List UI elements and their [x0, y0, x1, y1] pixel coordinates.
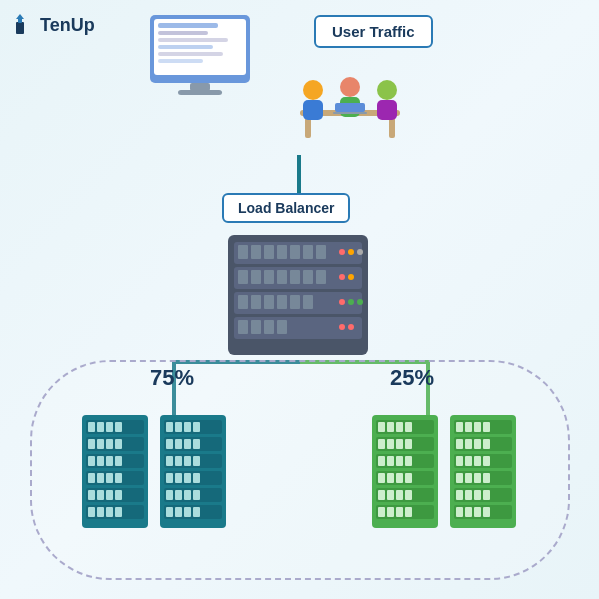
right-rack-1: [370, 415, 440, 530]
svg-rect-83: [97, 473, 104, 483]
svg-rect-60: [277, 320, 287, 334]
svg-rect-175: [456, 473, 463, 483]
svg-rect-143: [405, 456, 412, 466]
svg-rect-124: [193, 507, 200, 517]
svg-rect-40: [251, 270, 261, 284]
svg-rect-89: [115, 490, 122, 500]
svg-rect-169: [474, 439, 481, 449]
svg-rect-181: [474, 490, 481, 500]
pct-left-label: 75%: [150, 365, 194, 391]
svg-rect-75: [97, 439, 104, 449]
arrow-line: [297, 155, 301, 196]
svg-rect-152: [378, 507, 385, 517]
svg-rect-87: [97, 490, 104, 500]
svg-rect-102: [175, 422, 182, 432]
svg-rect-80: [106, 456, 113, 466]
svg-point-56: [357, 299, 363, 305]
svg-rect-86: [88, 490, 95, 500]
svg-rect-52: [290, 295, 300, 309]
left-rack-2: [158, 415, 228, 530]
svg-rect-45: [316, 270, 326, 284]
svg-rect-82: [88, 473, 95, 483]
load-balancer-rack: [218, 230, 378, 360]
svg-rect-166: [483, 422, 490, 432]
svg-rect-116: [193, 473, 200, 483]
svg-rect-22: [335, 103, 365, 112]
svg-rect-8: [158, 45, 213, 49]
svg-rect-42: [277, 270, 287, 284]
svg-point-55: [348, 299, 354, 305]
user-traffic-label: User Traffic: [314, 15, 433, 48]
svg-point-54: [339, 299, 345, 305]
svg-rect-112: [193, 456, 200, 466]
svg-rect-182: [483, 490, 490, 500]
svg-rect-154: [396, 507, 403, 517]
svg-rect-12: [178, 90, 222, 95]
svg-rect-153: [387, 507, 394, 517]
svg-rect-165: [474, 422, 481, 432]
svg-point-20: [377, 80, 397, 100]
logo: TenUp: [14, 14, 95, 36]
svg-rect-17: [303, 100, 323, 120]
svg-rect-101: [166, 422, 173, 432]
svg-rect-23: [333, 112, 367, 114]
svg-rect-186: [483, 507, 490, 517]
svg-rect-120: [193, 490, 200, 500]
svg-rect-174: [483, 456, 490, 466]
svg-rect-51: [277, 295, 287, 309]
svg-rect-71: [97, 422, 104, 432]
svg-rect-144: [378, 473, 385, 483]
svg-rect-29: [238, 245, 248, 259]
svg-rect-9: [158, 52, 223, 56]
svg-rect-180: [465, 490, 472, 500]
svg-rect-104: [193, 422, 200, 432]
svg-rect-10: [158, 59, 203, 63]
pct-right-label: 25%: [390, 365, 434, 391]
svg-rect-115: [184, 473, 191, 483]
load-balancer-label: Load Balancer: [222, 193, 350, 223]
svg-rect-48: [238, 295, 248, 309]
svg-rect-39: [238, 270, 248, 284]
svg-point-36: [339, 249, 345, 255]
svg-rect-107: [184, 439, 191, 449]
svg-rect-78: [88, 456, 95, 466]
svg-rect-90: [88, 507, 95, 517]
svg-rect-183: [456, 507, 463, 517]
computer-illustration: [140, 10, 300, 110]
svg-rect-141: [387, 456, 394, 466]
svg-rect-30: [251, 245, 261, 259]
svg-rect-170: [483, 439, 490, 449]
svg-rect-167: [456, 439, 463, 449]
svg-rect-142: [396, 456, 403, 466]
logo-icon: [14, 14, 36, 36]
svg-rect-59: [264, 320, 274, 334]
svg-rect-146: [396, 473, 403, 483]
svg-rect-150: [396, 490, 403, 500]
svg-rect-103: [184, 422, 191, 432]
svg-rect-81: [115, 456, 122, 466]
svg-rect-113: [166, 473, 173, 483]
svg-rect-133: [387, 422, 394, 432]
svg-point-18: [340, 77, 360, 97]
svg-point-61: [339, 324, 345, 330]
svg-rect-84: [106, 473, 113, 483]
svg-point-47: [348, 274, 354, 280]
svg-rect-111: [184, 456, 191, 466]
svg-rect-70: [88, 422, 95, 432]
svg-rect-91: [97, 507, 104, 517]
svg-rect-134: [396, 422, 403, 432]
svg-rect-41: [264, 270, 274, 284]
svg-point-37: [348, 249, 354, 255]
svg-rect-0: [16, 22, 24, 34]
svg-rect-33: [290, 245, 300, 259]
svg-rect-109: [166, 456, 173, 466]
left-rack-1: [80, 415, 150, 530]
svg-rect-88: [106, 490, 113, 500]
svg-rect-119: [184, 490, 191, 500]
svg-rect-77: [115, 439, 122, 449]
svg-rect-168: [465, 439, 472, 449]
svg-rect-177: [474, 473, 481, 483]
svg-rect-114: [175, 473, 182, 483]
svg-rect-136: [378, 439, 385, 449]
svg-rect-106: [175, 439, 182, 449]
